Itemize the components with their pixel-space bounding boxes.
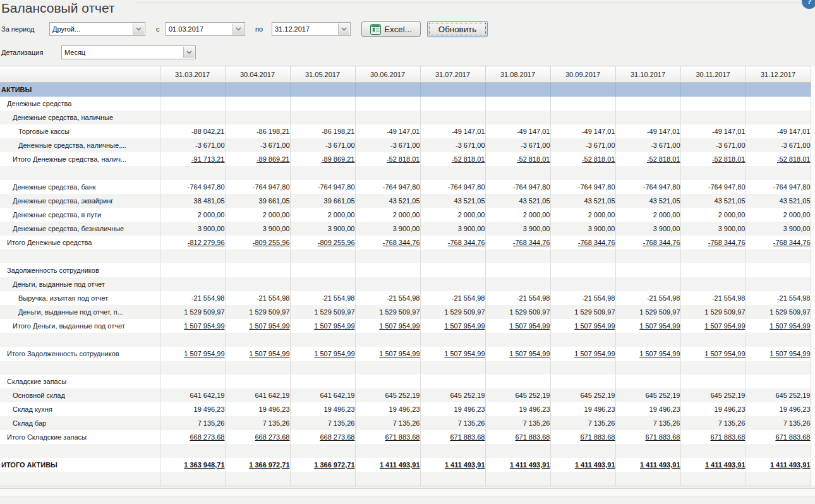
cell-value [355, 472, 420, 486]
cell-value: -21 554,98 [485, 291, 550, 305]
cell-value: 1 411 493,91 [615, 458, 680, 472]
cell-value [485, 472, 550, 486]
table-row[interactable]: ИТОГО АКТИВЫ1 363 948,711 366 972,711 36… [0, 458, 811, 472]
cell-value [160, 361, 225, 375]
cell-value: -49 147,01 [355, 124, 420, 138]
cell-value [420, 444, 485, 458]
table-row[interactable]: Основной склад641 642,19641 642,19641 64… [0, 388, 811, 402]
column-header[interactable]: 31.08.2017 [485, 66, 550, 83]
cell-value [160, 375, 225, 388]
table-row[interactable]: Итого Задолженность сотрудников1 507 954… [0, 347, 811, 361]
row-label: Задолженность сотрудников [0, 263, 160, 277]
cell-value: 645 252,19 [680, 388, 746, 402]
cell-value: 3 900,00 [355, 222, 420, 236]
period-select[interactable]: Другой... [49, 22, 145, 36]
cell-value [680, 166, 746, 180]
cell-value: 1 507 954,99 [746, 347, 811, 361]
column-header[interactable]: 31.10.2017 [615, 66, 680, 83]
cell-value [160, 277, 225, 291]
cell-value: 2 000,00 [746, 208, 811, 222]
help-icon[interactable]: ? [800, 0, 815, 10]
cell-value [225, 333, 290, 347]
table-row[interactable]: Складские запасы [0, 375, 811, 388]
row-label [0, 361, 160, 375]
cell-value: 7 135,26 [550, 416, 615, 430]
chevron-down-icon[interactable] [183, 47, 195, 58]
column-header[interactable]: 30.09.2017 [550, 66, 615, 83]
table-row[interactable]: Денежные средства, безналичные3 900,003 … [0, 222, 811, 236]
table-row[interactable]: Деньги, выданные под отчет, п...1 529 50… [0, 305, 811, 319]
detail-label: Детализация [1, 49, 43, 56]
column-header[interactable]: 31.07.2017 [420, 66, 485, 83]
cell-value: -52 818,01 [680, 152, 746, 166]
table-row[interactable]: Склад кухня19 496,2319 496,2319 496,2319… [0, 402, 811, 416]
cell-value: 1 507 954,99 [225, 319, 290, 333]
cell-value [420, 472, 485, 486]
cell-value [290, 97, 355, 111]
date-from-value: 01.03.2017 [169, 23, 232, 35]
table-row[interactable]: Задолженность сотрудников [0, 263, 811, 277]
cell-value: 1 529 509,97 [290, 305, 355, 319]
cell-value [290, 333, 355, 347]
cell-value [485, 333, 550, 347]
row-label-column-header [0, 66, 160, 83]
date-to-select[interactable]: 31.12.2017 [272, 22, 351, 36]
chevron-down-icon[interactable] [133, 23, 144, 35]
table-row[interactable]: Денежные средства [0, 97, 811, 111]
cell-value: 2 000,00 [615, 208, 680, 222]
table-row[interactable]: АКТИВЫ [0, 83, 811, 97]
chevron-down-icon[interactable] [232, 23, 244, 35]
cell-value: 1 411 493,91 [420, 458, 485, 472]
cell-value: -768 344,76 [746, 236, 811, 249]
date-from-select[interactable]: 01.03.2017 [166, 22, 245, 36]
table-row[interactable]: Итого Складские запасы668 273,68668 273,… [0, 430, 811, 444]
cell-value: 641 642,19 [225, 388, 290, 402]
row-label: Денежные средства, эквайринг [0, 194, 160, 208]
cell-value: 671 883,68 [746, 430, 811, 444]
cell-value: -768 344,76 [680, 236, 746, 249]
column-header[interactable]: 30.06.2017 [355, 66, 420, 83]
cell-value: 43 521,05 [615, 194, 680, 208]
cell-value: 1 529 509,97 [485, 305, 550, 319]
cell-value: 43 521,05 [420, 194, 485, 208]
cell-value: -21 554,98 [746, 291, 811, 305]
table-row[interactable]: Деньги, выданные под отчет [0, 277, 811, 291]
cell-value: 2 000,00 [225, 208, 290, 222]
column-header[interactable]: 31.12.2017 [746, 66, 811, 83]
table-row[interactable]: Итого Деньги, выданные под отчет1 507 95… [0, 319, 811, 333]
table-row[interactable]: Выручка, изъятая под отчет-21 554,98-21 … [0, 291, 811, 305]
table-row[interactable]: Итого Денежные средства, налич...-91 713… [0, 152, 811, 166]
cell-value [615, 472, 680, 486]
cell-value: 2 000,00 [485, 208, 550, 222]
table-row[interactable]: Итого Денежные средства-812 279,96-809 2… [0, 236, 811, 249]
column-header[interactable]: 31.05.2017 [290, 66, 355, 83]
excel-export-button[interactable]: Excel... [361, 21, 421, 37]
row-label: Денежные средства, в пути [0, 208, 160, 222]
column-header[interactable]: 31.03.2017 [160, 66, 225, 83]
cell-value: 7 135,26 [355, 416, 420, 430]
table-row[interactable]: Денежные средства, эквайринг38 481,0539 … [0, 194, 811, 208]
table-row[interactable]: Денежные средства, наличные,...-3 671,00… [0, 138, 811, 152]
cell-value: -764 947,80 [680, 180, 746, 194]
period-select-value: Другой... [52, 23, 133, 35]
cell-value: -52 818,01 [355, 152, 420, 166]
cell-value [550, 375, 615, 388]
cell-value: -3 671,00 [290, 138, 355, 152]
cell-value [485, 83, 550, 97]
horizontal-scrollbar[interactable] [0, 488, 815, 496]
refresh-button[interactable]: Обновить [427, 21, 488, 37]
cell-value: -3 671,00 [160, 138, 225, 152]
cell-value [225, 263, 290, 277]
cell-value: 1 529 509,97 [680, 305, 746, 319]
table-row[interactable]: Торговые кассы-88 042,21-86 198,21-86 19… [0, 124, 811, 138]
column-header[interactable]: 30.04.2017 [225, 66, 290, 83]
chevron-down-icon[interactable] [338, 23, 349, 35]
table-row[interactable]: Денежные средства, наличные [0, 111, 811, 124]
column-header[interactable]: 30.11.2017 [680, 66, 746, 83]
detail-select[interactable]: Месяц [61, 45, 196, 59]
cell-value [355, 444, 420, 458]
table-row[interactable]: Денежные средства, в пути2 000,002 000,0… [0, 208, 811, 222]
cell-value: -3 671,00 [680, 138, 746, 152]
table-row[interactable]: Денежные средства, банк-764 947,80-764 9… [0, 180, 811, 194]
table-row[interactable]: Склад бар7 135,267 135,267 135,267 135,2… [0, 416, 811, 430]
